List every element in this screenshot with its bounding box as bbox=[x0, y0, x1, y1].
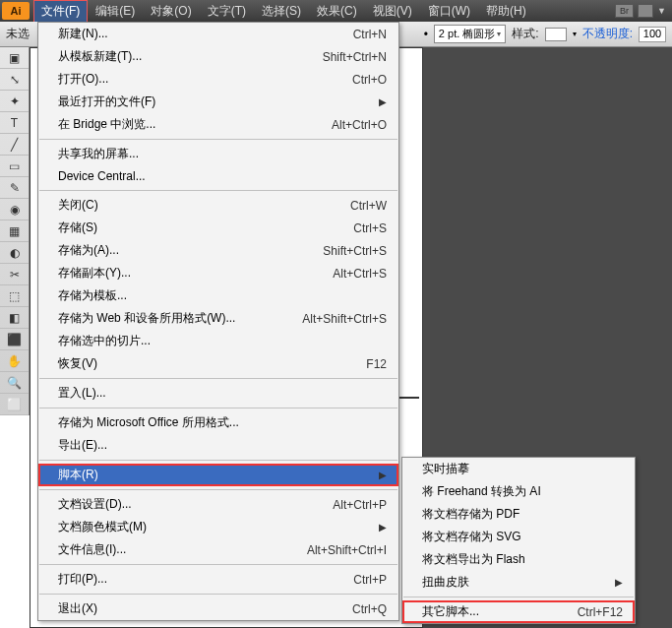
menu-窗口[interactable]: 窗口(W) bbox=[420, 0, 478, 23]
file-menu-item-6[interactable]: 共享我的屏幕... bbox=[38, 143, 398, 165]
file-menu-item-9[interactable]: 关闭(C)Ctrl+W bbox=[38, 194, 398, 217]
scripts-submenu-item-3[interactable]: 将文档存储为 SVG bbox=[402, 526, 635, 548]
file-menu-item-14[interactable]: 存储为 Web 和设备所用格式(W)...Alt+Shift+Ctrl+S bbox=[38, 307, 398, 330]
tool-9[interactable]: ◐ bbox=[0, 242, 29, 264]
menu-item-label: 扭曲皮肤 bbox=[422, 574, 595, 591]
file-menu-item-26[interactable]: 文档颜色模式(M)▶ bbox=[38, 516, 398, 538]
menu-item-label: 脚本(R) bbox=[58, 467, 359, 483]
file-menu-item-10[interactable]: 存储(S)Ctrl+S bbox=[38, 217, 398, 239]
menu-separator bbox=[39, 460, 397, 461]
file-menu-item-27[interactable]: 文件信息(I)...Alt+Shift+Ctrl+I bbox=[38, 538, 398, 561]
file-menu-item-4[interactable]: 在 Bridge 中浏览...Alt+Ctrl+O bbox=[38, 113, 398, 136]
file-menu-item-2[interactable]: 打开(O)...Ctrl+O bbox=[38, 68, 398, 91]
menu-item-shortcut: Shift+Ctrl+N bbox=[323, 50, 387, 64]
chevron-right-icon: ▶ bbox=[379, 470, 387, 480]
menu-item-shortcut: Ctrl+Q bbox=[352, 602, 387, 616]
file-menu-item-15[interactable]: 存储选中的切片... bbox=[38, 330, 398, 352]
scripts-submenu-item-5[interactable]: 扭曲皮肤▶ bbox=[402, 571, 635, 594]
menu-item-label: 将文档存储为 SVG bbox=[422, 529, 623, 545]
chevron-down-icon[interactable]: ▼ bbox=[657, 6, 666, 16]
file-menu-item-20[interactable]: 存储为 Microsoft Office 所用格式... bbox=[38, 411, 398, 434]
tool-13[interactable]: ⬛ bbox=[0, 329, 29, 350]
menu-item-shortcut: Ctrl+W bbox=[350, 199, 387, 213]
bridge-button[interactable]: Br bbox=[615, 4, 634, 18]
menu-item-label: 在 Bridge 中浏览... bbox=[58, 116, 302, 133]
menu-视图[interactable]: 视图(V) bbox=[365, 0, 420, 23]
style-swatch[interactable] bbox=[545, 28, 567, 41]
chevron-down-icon[interactable]: ▾ bbox=[573, 30, 577, 38]
scripts-submenu: 实时描摹将 Freehand 转换为 AI将文档存储为 PDF将文档存储为 SV… bbox=[401, 457, 636, 624]
file-menu-item-11[interactable]: 存储为(A)...Shift+Ctrl+S bbox=[38, 239, 398, 262]
menu-item-label: 将文档导出为 Flash bbox=[422, 551, 623, 568]
tool-3[interactable]: T bbox=[0, 112, 29, 134]
menu-选择[interactable]: 选择(S) bbox=[254, 0, 309, 23]
tool-16[interactable]: ⬜ bbox=[0, 394, 29, 415]
menu-编辑[interactable]: 编辑(E) bbox=[88, 0, 143, 23]
opacity-label[interactable]: 不透明度: bbox=[582, 26, 633, 42]
tool-7[interactable]: ◉ bbox=[0, 199, 29, 220]
menu-item-label: 退出(X) bbox=[58, 600, 323, 617]
tool-14[interactable]: ✋ bbox=[0, 350, 29, 372]
menu-item-label: 存储为 Web 和设备所用格式(W)... bbox=[58, 310, 273, 327]
layout-icon[interactable] bbox=[638, 4, 653, 18]
menu-separator bbox=[39, 594, 397, 595]
menu-separator bbox=[39, 489, 397, 490]
menu-item-label: 存储为模板... bbox=[58, 287, 387, 304]
tool-6[interactable]: ✎ bbox=[0, 177, 29, 199]
tool-10[interactable]: ✂ bbox=[0, 264, 29, 285]
menu-对象[interactable]: 对象(O) bbox=[143, 0, 199, 23]
opacity-input[interactable]: 100 bbox=[639, 27, 666, 42]
menu-item-label: 其它脚本... bbox=[422, 603, 548, 620]
menu-item-label: 存储(S) bbox=[58, 220, 324, 236]
menu-item-label: 存储副本(Y)... bbox=[58, 265, 303, 282]
scripts-submenu-item-4[interactable]: 将文档导出为 Flash bbox=[402, 548, 635, 571]
tool-11[interactable]: ⬚ bbox=[0, 285, 29, 307]
menu-item-label: 置入(L)... bbox=[58, 385, 387, 402]
chevron-down-icon: ▾ bbox=[497, 30, 501, 38]
menu-item-label: 最近打开的文件(F) bbox=[58, 94, 359, 110]
file-menu-item-1[interactable]: 从模板新建(T)...Shift+Ctrl+N bbox=[38, 45, 398, 68]
file-menu-item-21[interactable]: 导出(E)... bbox=[38, 434, 398, 457]
app-logo: Ai bbox=[2, 2, 30, 20]
menu-item-label: Device Central... bbox=[58, 169, 387, 183]
menu-文字[interactable]: 文字(T) bbox=[200, 0, 254, 23]
file-menu-item-25[interactable]: 文档设置(D)...Alt+Ctrl+P bbox=[38, 493, 398, 516]
tool-2[interactable]: ✦ bbox=[0, 91, 29, 112]
menu-效果[interactable]: 效果(C) bbox=[309, 0, 365, 23]
scripts-submenu-item-7[interactable]: 其它脚本...Ctrl+F12 bbox=[402, 600, 635, 623]
file-menu-item-12[interactable]: 存储副本(Y)...Alt+Ctrl+S bbox=[38, 262, 398, 284]
menu-文件[interactable]: 文件(F) bbox=[33, 0, 88, 23]
menu-帮助[interactable]: 帮助(H) bbox=[478, 0, 534, 23]
stroke-profile-select[interactable]: 2 pt. 椭圆形▾ bbox=[434, 25, 506, 43]
file-menu-item-31[interactable]: 退出(X)Ctrl+Q bbox=[38, 597, 398, 620]
tool-12[interactable]: ◧ bbox=[0, 307, 29, 329]
file-menu-item-23[interactable]: 脚本(R)▶ bbox=[38, 464, 398, 486]
bullet-icon: • bbox=[424, 28, 428, 41]
scripts-submenu-item-0[interactable]: 实时描摹 bbox=[402, 458, 635, 480]
scripts-submenu-item-1[interactable]: 将 Freehand 转换为 AI bbox=[402, 480, 635, 503]
menu-item-shortcut: Alt+Shift+Ctrl+I bbox=[307, 543, 387, 557]
scripts-submenu-item-2[interactable]: 将文档存储为 PDF bbox=[402, 503, 635, 526]
menu-separator bbox=[39, 564, 397, 565]
tool-5[interactable]: ▭ bbox=[0, 156, 29, 177]
file-menu-item-16[interactable]: 恢复(V)F12 bbox=[38, 352, 398, 375]
tool-8[interactable]: ▦ bbox=[0, 220, 29, 242]
file-menu-item-3[interactable]: 最近打开的文件(F)▶ bbox=[38, 91, 398, 113]
file-menu-item-18[interactable]: 置入(L)... bbox=[38, 382, 398, 405]
menu-item-label: 共享我的屏幕... bbox=[58, 146, 387, 162]
menu-separator bbox=[39, 408, 397, 408]
file-menu-item-13[interactable]: 存储为模板... bbox=[38, 284, 398, 307]
menu-item-label: 新建(N)... bbox=[58, 26, 324, 42]
tool-4[interactable]: ╱ bbox=[0, 134, 29, 156]
selection-status: 未选 bbox=[6, 26, 30, 42]
tool-1[interactable]: ⤡ bbox=[0, 69, 29, 91]
file-menu-item-7[interactable]: Device Central... bbox=[38, 165, 398, 187]
menu-item-shortcut: Alt+Ctrl+S bbox=[333, 267, 387, 281]
tool-0[interactable]: ▣ bbox=[0, 47, 29, 69]
tool-15[interactable]: 🔍 bbox=[0, 372, 29, 394]
file-menu-item-0[interactable]: 新建(N)...Ctrl+N bbox=[38, 23, 398, 45]
chevron-right-icon: ▶ bbox=[379, 96, 387, 107]
menu-item-label: 恢复(V) bbox=[58, 355, 336, 372]
menu-item-label: 打开(O)... bbox=[58, 71, 323, 88]
file-menu-item-29[interactable]: 打印(P)...Ctrl+P bbox=[38, 568, 398, 591]
